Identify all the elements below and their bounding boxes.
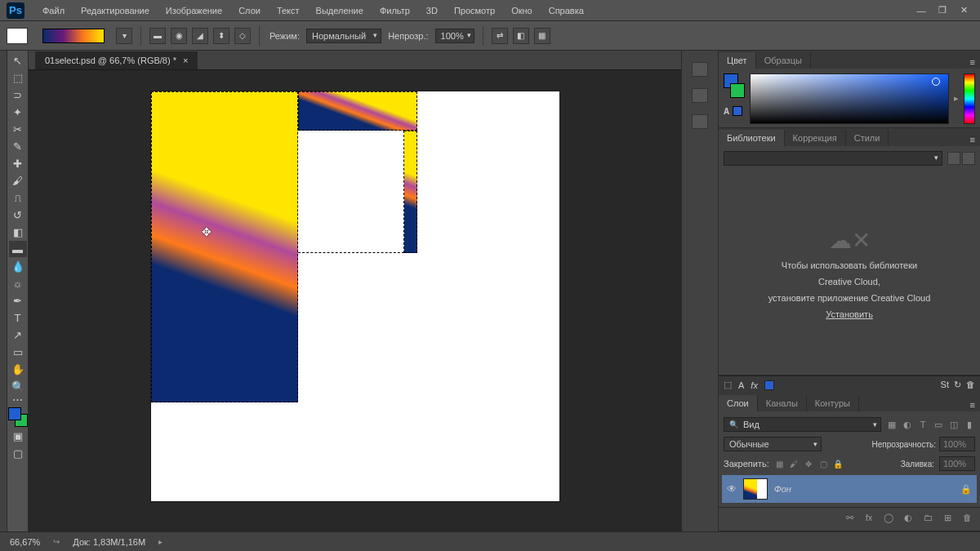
color-field[interactable] [750, 73, 949, 124]
properties-panel-icon[interactable] [692, 88, 708, 103]
tab-styles[interactable]: Стили [846, 130, 889, 146]
filter-pixel-icon[interactable]: ▦ [886, 419, 898, 430]
gradient-dropdown-icon[interactable]: ▾ [116, 28, 132, 44]
library-select[interactable] [724, 151, 942, 166]
menu-layers[interactable]: Слои [230, 2, 269, 19]
hand-tool-icon[interactable]: ✋ [9, 361, 27, 377]
shape-tool-icon[interactable]: ▭ [9, 344, 27, 360]
layer-item[interactable]: 👁 Фон 🔒 [722, 475, 977, 503]
lock-all-icon[interactable]: 🔒 [833, 459, 844, 469]
menu-select[interactable]: Выделение [308, 2, 372, 19]
dodge-tool-icon[interactable]: ☼ [9, 275, 27, 291]
tool-preset-icon[interactable] [7, 28, 28, 44]
fx-color-swatch[interactable] [764, 380, 774, 390]
layer-thumbnail[interactable] [743, 478, 768, 500]
dither-checkbox-icon[interactable]: ◧ [513, 28, 529, 44]
filter-smart-icon[interactable]: ◫ [948, 419, 960, 430]
eraser-tool-icon[interactable]: ◧ [9, 224, 27, 240]
pen-tool-icon[interactable]: ✒ [9, 292, 27, 309]
menu-window[interactable]: Окно [503, 2, 541, 19]
menu-text[interactable]: Текст [269, 2, 308, 19]
status-docsize[interactable]: Док: 1,83M/1,16M [73, 537, 145, 547]
install-link[interactable]: Установить [826, 309, 873, 319]
gradient-linear-icon[interactable]: ▬ [149, 28, 166, 44]
history-panel-icon[interactable] [692, 62, 708, 77]
fill-input[interactable]: 100% [939, 456, 975, 471]
document-tab[interactable]: 01select.psd @ 66,7% (RGB/8) * × [35, 51, 198, 69]
layer-filter-select[interactable]: Вид [724, 417, 881, 432]
toolbox-expand-strip[interactable] [0, 51, 7, 531]
menu-3d[interactable]: 3D [418, 2, 446, 19]
status-zoom[interactable]: 66,67% [10, 537, 40, 547]
window-minimize-icon[interactable]: — [911, 3, 931, 18]
tab-color[interactable]: Цвет [719, 52, 756, 69]
tab-swatches[interactable]: Образцы [756, 52, 811, 69]
lock-pos-icon[interactable]: ✥ [804, 459, 814, 469]
color-swatches[interactable] [8, 407, 28, 427]
path-select-tool-icon[interactable]: ↗ [9, 327, 27, 343]
transparency-checkbox-icon[interactable]: ▦ [534, 28, 550, 44]
menu-help[interactable]: Справка [541, 2, 592, 19]
gradient-angle-icon[interactable]: ◢ [192, 28, 208, 44]
filter-type-icon[interactable]: T [917, 419, 929, 430]
opacity-input[interactable]: 100% [435, 29, 474, 43]
fx-refresh-icon[interactable]: ↻ [954, 380, 961, 390]
menu-view[interactable]: Просмотр [446, 2, 503, 19]
crop-tool-icon[interactable]: ✂ [9, 121, 27, 137]
character-panel-icon[interactable] [692, 114, 708, 129]
type-tool-icon[interactable]: T [9, 309, 27, 326]
gradient-tool-icon[interactable]: ▬ [9, 241, 27, 257]
healing-tool-icon[interactable]: ✚ [9, 155, 27, 171]
eyedropper-tool-icon[interactable]: ✎ [9, 138, 27, 154]
canvas[interactable]: ✥ [151, 91, 559, 501]
link-layers-icon[interactable]: ⚯ [843, 511, 856, 524]
alpha-swatch[interactable] [733, 106, 742, 116]
lib-list-icon[interactable] [962, 152, 975, 165]
gradient-diamond-icon[interactable]: ◇ [234, 28, 251, 44]
layer-blend-select[interactable]: Обычные [724, 437, 822, 451]
canvas-viewport[interactable]: ✥ [29, 70, 681, 531]
move-tool-icon[interactable]: ↖ [9, 52, 27, 69]
layer-name[interactable]: Фон [774, 484, 791, 494]
panel-menu-icon[interactable]: ≡ [965, 398, 980, 411]
status-export-icon[interactable]: ↪ [53, 537, 60, 546]
filter-toggle-icon[interactable]: ▮ [964, 419, 975, 430]
window-maximize-icon[interactable]: ❐ [933, 3, 952, 18]
menu-filter[interactable]: Фильтр [372, 2, 418, 19]
status-arrow-icon[interactable]: ▸ [158, 537, 163, 546]
fx-st-icon[interactable]: St [941, 380, 949, 390]
menu-file[interactable]: Файл [34, 2, 73, 19]
hue-slider[interactable] [964, 73, 975, 124]
layer-locked-icon[interactable]: 🔒 [960, 484, 972, 495]
tab-layers[interactable]: Слои [719, 395, 758, 411]
filter-adjust-icon[interactable]: ◐ [902, 419, 913, 430]
menu-image[interactable]: Изображение [158, 2, 230, 19]
lock-artboard-icon[interactable]: ▢ [818, 459, 829, 469]
lock-trans-icon[interactable]: ▦ [774, 459, 785, 469]
fx-icon[interactable]: ⬚ [724, 380, 732, 390]
history-brush-tool-icon[interactable]: ↺ [9, 207, 27, 223]
tab-libraries[interactable]: Библиотеки [719, 130, 785, 146]
quick-select-tool-icon[interactable]: ✦ [9, 104, 27, 120]
layer-mask-icon[interactable]: ◯ [882, 511, 895, 524]
layer-fx-icon[interactable]: fx [862, 511, 875, 524]
lock-paint-icon[interactable]: 🖌 [789, 459, 800, 469]
lib-grid-icon[interactable] [947, 152, 960, 165]
panel-menu-icon[interactable]: ≡ [965, 56, 980, 69]
reverse-checkbox-icon[interactable]: ⇄ [492, 28, 508, 44]
blur-tool-icon[interactable]: 💧 [9, 258, 27, 274]
foreground-color[interactable] [8, 407, 21, 420]
tab-adjustments[interactable]: Коррекция [785, 130, 846, 146]
delete-layer-icon[interactable]: 🗑 [960, 511, 973, 524]
panel-menu-icon[interactable]: ≡ [965, 133, 980, 146]
fx-trash-icon[interactable]: 🗑 [966, 380, 975, 390]
new-fill-icon[interactable]: ◐ [902, 511, 915, 524]
color-bg-swatch[interactable] [730, 83, 745, 98]
brush-tool-icon[interactable]: 🖌 [9, 172, 27, 189]
new-group-icon[interactable]: 🗀 [921, 511, 934, 524]
document-tab-close-icon[interactable]: × [183, 56, 188, 65]
gradient-preview[interactable] [42, 29, 105, 43]
gradient-reflected-icon[interactable]: ⬍ [213, 28, 229, 44]
new-layer-icon[interactable]: ⊞ [941, 511, 954, 524]
fx-type-icon[interactable]: A [738, 380, 744, 390]
